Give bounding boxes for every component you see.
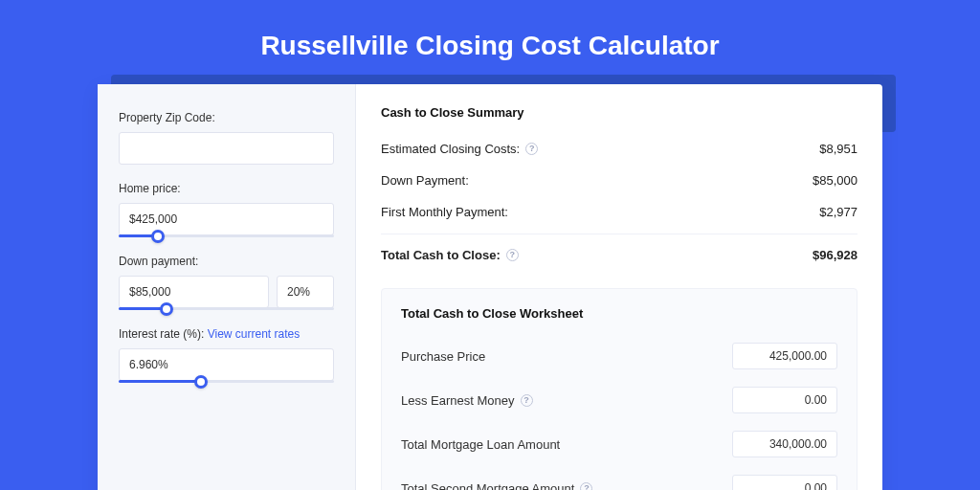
worksheet-value: 0.00: [732, 475, 837, 490]
page-title: Russellville Closing Cost Calculator: [0, 0, 980, 84]
worksheet-row-purchase-price: Purchase Price 425,000.00: [401, 334, 837, 378]
summary-total-label: Total Cash to Close:: [381, 248, 501, 262]
field-zip: Property Zip Code:: [119, 111, 334, 165]
summary-label-text: Estimated Closing Costs:: [381, 142, 520, 156]
help-icon[interactable]: ?: [580, 482, 592, 491]
worksheet-label-text: Purchase Price: [401, 349, 485, 364]
zip-label: Property Zip Code:: [119, 111, 334, 124]
interest-rate-slider-thumb[interactable]: [194, 375, 208, 389]
worksheet-value: 425,000.00: [732, 343, 837, 369]
summary-row-down-payment: Down Payment: $85,000: [381, 165, 858, 196]
interest-rate-input[interactable]: [119, 348, 334, 381]
form-panel: Property Zip Code: Home price: Down paym…: [98, 84, 356, 490]
view-rates-link[interactable]: View current rates: [208, 327, 301, 341]
summary-value: $2,977: [819, 205, 858, 219]
worksheet-heading: Total Cash to Close Worksheet: [401, 306, 837, 321]
worksheet-row-total-mortgage: Total Mortgage Loan Amount 340,000.00: [401, 422, 837, 466]
field-interest-rate: Interest rate (%): View current rates: [119, 327, 334, 383]
worksheet-row-second-mortgage: Total Second Mortgage Amount ? 0.00: [401, 466, 837, 490]
home-price-input[interactable]: [119, 203, 334, 235]
worksheet-value: 0.00: [732, 387, 837, 413]
down-payment-pct-input[interactable]: [277, 276, 334, 308]
down-payment-slider-thumb[interactable]: [160, 302, 173, 316]
home-price-label: Home price:: [119, 182, 334, 195]
interest-rate-label-text: Interest rate (%):: [119, 327, 204, 341]
worksheet-card: Total Cash to Close Worksheet Purchase P…: [381, 288, 858, 490]
worksheet-label-text: Less Earnest Money: [401, 393, 515, 408]
summary-row-first-payment: First Monthly Payment: $2,977: [381, 196, 858, 228]
help-icon[interactable]: ?: [521, 394, 533, 407]
down-payment-label: Down payment:: [119, 255, 334, 268]
summary-total-value: $96,928: [813, 248, 858, 262]
interest-rate-slider-fill: [119, 380, 201, 383]
home-price-slider-thumb[interactable]: [151, 230, 165, 243]
worksheet-value: 340,000.00: [732, 431, 837, 457]
calculator-card: Property Zip Code: Home price: Down paym…: [98, 84, 882, 490]
summary-heading: Cash to Close Summary: [381, 105, 858, 120]
summary-value: $85,000: [813, 173, 858, 188]
worksheet-label-text: Total Mortgage Loan Amount: [401, 437, 560, 452]
home-price-slider[interactable]: [119, 234, 334, 237]
results-panel: Cash to Close Summary Estimated Closing …: [356, 84, 882, 490]
interest-rate-slider[interactable]: [119, 380, 334, 383]
summary-value: $8,951: [819, 142, 858, 156]
down-payment-slider[interactable]: [119, 307, 334, 310]
summary-label-text: First Monthly Payment:: [381, 205, 508, 219]
worksheet-row-earnest-money: Less Earnest Money ? 0.00: [401, 378, 837, 422]
summary-row-total: Total Cash to Close: ? $96,928: [381, 234, 858, 271]
interest-rate-label: Interest rate (%): View current rates: [119, 327, 334, 341]
help-icon[interactable]: ?: [525, 143, 538, 155]
summary-row-closing-costs: Estimated Closing Costs: ? $8,951: [381, 133, 858, 165]
field-home-price: Home price:: [119, 182, 334, 237]
help-icon[interactable]: ?: [506, 249, 519, 261]
zip-input[interactable]: [119, 132, 334, 165]
field-down-payment: Down payment:: [119, 255, 334, 310]
summary-label-text: Down Payment:: [381, 173, 469, 188]
worksheet-label-text: Total Second Mortgage Amount: [401, 481, 574, 491]
down-payment-input[interactable]: [119, 276, 269, 308]
